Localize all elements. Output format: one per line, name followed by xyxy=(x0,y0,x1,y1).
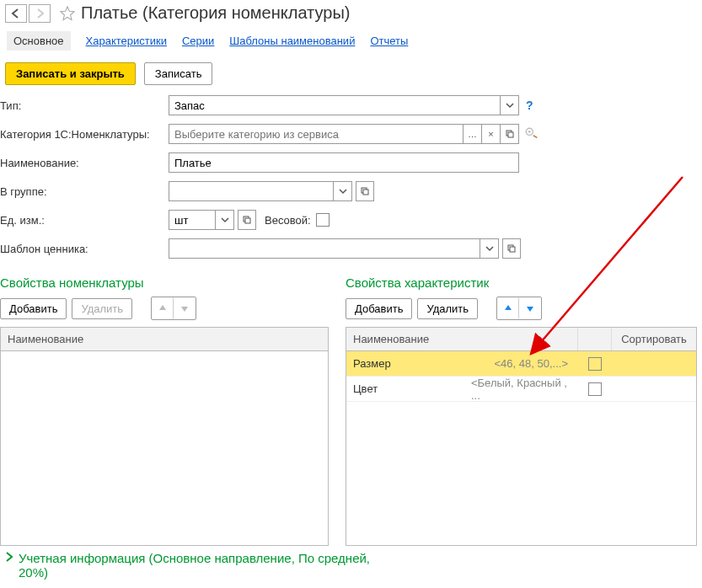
row-sort-checkbox[interactable] xyxy=(588,357,602,371)
category-gear-icon[interactable] xyxy=(524,126,539,142)
accounting-info-label: Учетная информация (Основное направление… xyxy=(19,551,372,580)
type-dropdown-button[interactable] xyxy=(501,95,519,115)
type-label: Тип: xyxy=(0,99,169,112)
characteristic-delete-button[interactable]: Удалить xyxy=(417,298,478,319)
nomenclature-move-down-button[interactable] xyxy=(174,297,196,319)
svg-rect-1 xyxy=(508,132,513,137)
unit-input[interactable] xyxy=(169,210,216,230)
table-row[interactable]: Цвет <Белый, Красный , ... xyxy=(346,377,696,402)
row-sort-checkbox[interactable] xyxy=(588,382,602,396)
help-icon[interactable]: ? xyxy=(526,99,533,112)
titlebar: Платье (Категория номенклатуры) xyxy=(0,0,702,26)
nomenclature-props-title: Свойства номенклатуры xyxy=(0,275,329,290)
save-button[interactable]: Записать xyxy=(144,62,213,85)
row-hint: <46, 48, 50,...> xyxy=(464,354,578,373)
pricetag-dropdown-button[interactable] xyxy=(480,238,499,259)
characteristic-col-checkbox[interactable] xyxy=(578,328,612,350)
chevron-right-icon xyxy=(5,551,13,565)
characteristic-props-title: Свойства характеристик xyxy=(346,275,697,290)
nomenclature-props-table: Наименование xyxy=(0,327,329,546)
row-hint: <Белый, Красный , ... xyxy=(464,373,578,405)
nav-forward-button[interactable] xyxy=(29,4,51,23)
characteristic-col-sort[interactable]: Сортировать xyxy=(612,328,696,350)
tabs: Основное Характеристики Серии Шаблоны на… xyxy=(0,26,702,59)
toolbar-actions: Записать и закрыть Записать xyxy=(0,59,702,95)
unit-dropdown-button[interactable] xyxy=(216,210,234,230)
tab-characteristics[interactable]: Характеристики xyxy=(86,35,167,47)
tab-series[interactable]: Серии xyxy=(182,35,214,47)
characteristic-props-section: Свойства характеристик Добавить Удалить … xyxy=(346,275,697,546)
svg-point-3 xyxy=(528,131,531,133)
characteristic-move-up-button[interactable] xyxy=(497,297,519,319)
form-area: Тип: ? Категория 1С:Номенклатуры: … × На… xyxy=(0,95,702,272)
svg-rect-7 xyxy=(245,218,250,223)
pricetag-label: Шаблон ценника: xyxy=(0,243,169,255)
svg-rect-9 xyxy=(510,247,515,252)
group-input[interactable] xyxy=(169,181,334,201)
page-title: Платье (Категория номенклатуры) xyxy=(81,3,350,23)
name-input[interactable] xyxy=(169,152,519,173)
tab-reports[interactable]: Отчеты xyxy=(370,35,408,47)
row-name: Цвет xyxy=(346,379,464,398)
row-name: Размер xyxy=(346,354,464,373)
accounting-info-expander[interactable]: Учетная информация (Основное направление… xyxy=(0,546,702,580)
name-label: Наименование: xyxy=(0,157,169,169)
tab-name-templates[interactable]: Шаблоны наименований xyxy=(229,35,355,47)
unit-open-button[interactable] xyxy=(238,210,256,230)
unit-label: Ед. изм.: xyxy=(0,214,169,227)
favorite-star-icon[interactable] xyxy=(57,4,78,23)
tab-main[interactable]: Основное xyxy=(7,31,71,51)
group-dropdown-button[interactable] xyxy=(334,181,352,201)
nav-back-button[interactable] xyxy=(5,4,27,23)
group-open-button[interactable] xyxy=(356,181,374,201)
weight-checkbox[interactable] xyxy=(316,213,330,227)
nomenclature-move-up-button[interactable] xyxy=(152,297,174,319)
nomenclature-delete-button[interactable]: Удалить xyxy=(72,298,132,319)
characteristic-col-name[interactable]: Наименование xyxy=(346,328,578,350)
category-open-button[interactable] xyxy=(501,124,519,144)
group-label: В группе: xyxy=(0,185,169,198)
pricetag-input[interactable] xyxy=(169,238,480,259)
category-label: Категория 1С:Номенклатуры: xyxy=(0,128,169,141)
category-input[interactable] xyxy=(169,124,464,144)
weight-label: Весовой: xyxy=(265,214,311,227)
pricetag-open-button[interactable] xyxy=(502,238,521,259)
characteristic-add-button[interactable]: Добавить xyxy=(346,298,412,319)
svg-rect-5 xyxy=(363,190,368,195)
nomenclature-add-button[interactable]: Добавить xyxy=(0,298,67,319)
category-select-button[interactable]: … xyxy=(464,124,482,144)
type-input[interactable] xyxy=(169,95,501,115)
category-clear-button[interactable]: × xyxy=(482,124,501,144)
nomenclature-col-name[interactable]: Наименование xyxy=(1,328,328,350)
characteristic-move-down-button[interactable] xyxy=(519,297,541,319)
nomenclature-props-section: Свойства номенклатуры Добавить Удалить Н… xyxy=(0,275,329,546)
characteristic-props-table: Наименование Сортировать Размер <46, 48,… xyxy=(346,327,697,546)
save-close-button[interactable]: Записать и закрыть xyxy=(5,62,136,85)
